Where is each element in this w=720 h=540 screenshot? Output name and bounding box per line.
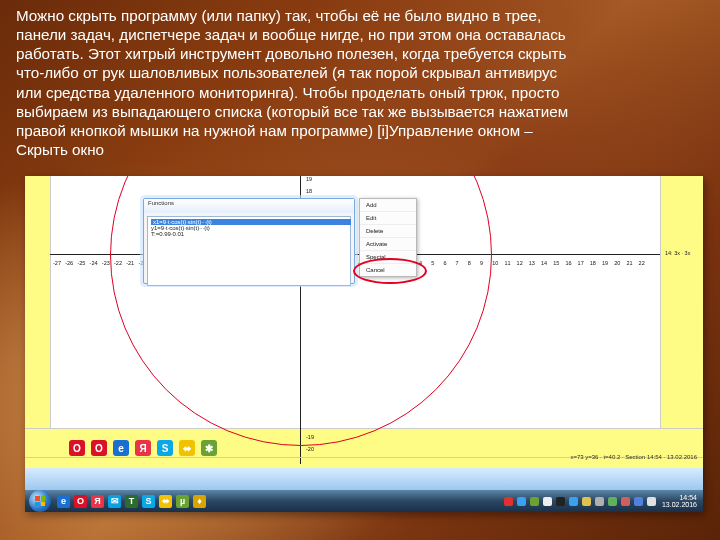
menu-item[interactable]: Edit bbox=[360, 212, 416, 225]
tray-icon[interactable] bbox=[608, 497, 617, 506]
x-tick: 11 bbox=[504, 260, 510, 266]
tray-icon[interactable] bbox=[569, 497, 578, 506]
tray-icon[interactable] bbox=[634, 497, 643, 506]
taskbar-app-icon[interactable]: T bbox=[125, 495, 138, 508]
x-tick: 19 bbox=[602, 260, 608, 266]
background-app-icon[interactable]: O bbox=[69, 440, 85, 456]
taskbar-app-icon[interactable]: S bbox=[142, 495, 155, 508]
menu-item[interactable]: Delete bbox=[360, 225, 416, 238]
windows-logo-icon bbox=[35, 496, 45, 506]
x-tick: 10 bbox=[492, 260, 498, 266]
y-tick: 18 bbox=[306, 188, 312, 194]
background-app-icon[interactable]: Я bbox=[135, 440, 151, 456]
taskbar-clock[interactable]: 14:54 13.02.2016 bbox=[662, 494, 697, 508]
menu-item[interactable]: Activate bbox=[360, 238, 416, 251]
taskbar-app-icon[interactable]: µ bbox=[176, 495, 189, 508]
x-tick: 5 bbox=[431, 260, 434, 266]
taskbar[interactable]: eOЯ✉TS⬌µ♦ 14:54 13.02.2016 bbox=[25, 490, 703, 512]
x-tick: -26 bbox=[65, 260, 73, 266]
floating-window-title: Functions bbox=[144, 199, 354, 213]
x-tick: 9 bbox=[480, 260, 483, 266]
x-tick: 16 bbox=[565, 260, 571, 266]
x-tick: -25 bbox=[77, 260, 85, 266]
taskbar-app-icon[interactable]: ♦ bbox=[193, 495, 206, 508]
x-tick: 8 bbox=[468, 260, 471, 266]
x-tick: 13 bbox=[529, 260, 535, 266]
start-button[interactable] bbox=[29, 490, 51, 512]
red-highlight-oval bbox=[353, 258, 427, 284]
tray-icon[interactable] bbox=[621, 497, 630, 506]
tray-icon[interactable] bbox=[530, 497, 539, 506]
x-tick: 22 bbox=[639, 260, 645, 266]
x-tick: 15 bbox=[553, 260, 559, 266]
tray-icon[interactable] bbox=[647, 497, 656, 506]
x-tick: -21 bbox=[126, 260, 134, 266]
background-app-icon[interactable]: S bbox=[157, 440, 173, 456]
system-tray[interactable]: 14:54 13.02.2016 bbox=[502, 494, 703, 508]
right-yellow-column: 14: 3x · 3x bbox=[660, 176, 703, 428]
background-app-icon[interactable]: O bbox=[91, 440, 107, 456]
list-item[interactable]: T:=0.99·0.01 bbox=[151, 231, 347, 237]
background-app-icon[interactable]: e bbox=[113, 440, 129, 456]
blue-strip bbox=[25, 468, 703, 490]
tray-icon[interactable] bbox=[504, 497, 513, 506]
y-tick: 19 bbox=[306, 176, 312, 182]
x-tick: 6 bbox=[443, 260, 446, 266]
tray-icon[interactable] bbox=[517, 497, 526, 506]
taskbar-app-icon[interactable]: ⬌ bbox=[159, 495, 172, 508]
main-paragraph: Можно скрыть программу (или папку) так, … bbox=[16, 6, 710, 159]
tray-icon[interactable] bbox=[543, 497, 552, 506]
tray-icon[interactable] bbox=[556, 497, 565, 506]
x-tick: -23 bbox=[102, 260, 110, 266]
x-tick: 17 bbox=[578, 260, 584, 266]
left-yellow-strip bbox=[25, 176, 51, 428]
embedded-screenshot: 14: 3x · 3x -27-26-25-24-23-22-21-20-19-… bbox=[25, 176, 703, 512]
floating-window[interactable]: Functions x1=9·t·cos(t)·sin(t)···(t) y1=… bbox=[143, 198, 355, 284]
tray-icon[interactable] bbox=[595, 497, 604, 506]
x-tick: -22 bbox=[114, 260, 122, 266]
x-tick: 12 bbox=[517, 260, 523, 266]
x-tick: 18 bbox=[590, 260, 596, 266]
taskbar-app-icon[interactable]: Я bbox=[91, 495, 104, 508]
x-tick: 14 bbox=[541, 260, 547, 266]
floating-window-list[interactable]: x1=9·t·cos(t)·sin(t)···(t) y1=9·t·cos(t)… bbox=[147, 216, 351, 286]
taskbar-app-icon[interactable]: O bbox=[74, 495, 87, 508]
x-tick: -27 bbox=[53, 260, 61, 266]
menu-item[interactable]: Add bbox=[360, 199, 416, 212]
background-app-icon[interactable]: ✱ bbox=[201, 440, 217, 456]
x-tick: -24 bbox=[90, 260, 98, 266]
tray-icon[interactable] bbox=[582, 497, 591, 506]
x-tick: 21 bbox=[626, 260, 632, 266]
taskbar-app-icon[interactable]: e bbox=[57, 495, 70, 508]
taskbar-app-icon[interactable]: ✉ bbox=[108, 495, 121, 508]
status-coordinates: x=73 y=36 · t=40.2 · Section 14:54 · 13.… bbox=[570, 454, 697, 460]
right-col-label: 14: 3x · 3x bbox=[665, 250, 690, 256]
x-tick: 20 bbox=[614, 260, 620, 266]
background-app-icon[interactable]: ⬌ bbox=[179, 440, 195, 456]
x-tick: 7 bbox=[456, 260, 459, 266]
